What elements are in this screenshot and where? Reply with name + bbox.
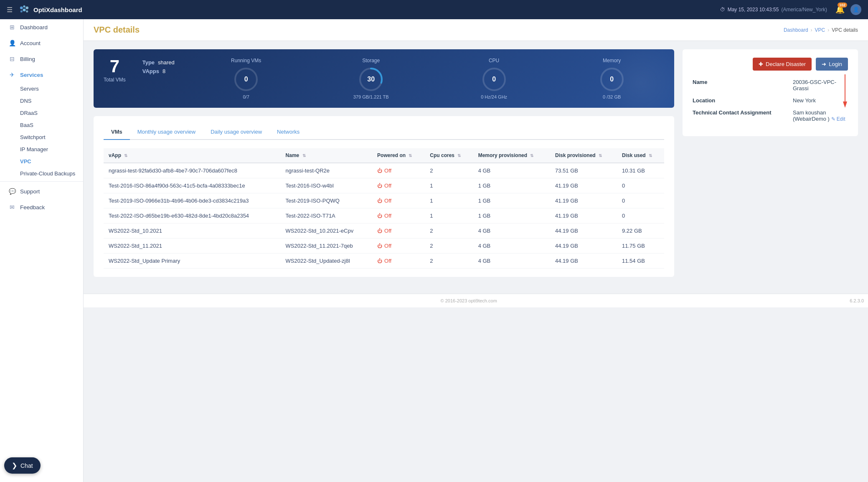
user-avatar[interactable]: 👤 xyxy=(850,4,861,15)
top-navigation: ☰ OptiXdashboard ⏱ May 15, 2023 10:43:55… xyxy=(0,0,868,19)
cell-vapp-1: Test-2016-ISO-86a4f90d-563c-41c5-bcfa-4a… xyxy=(104,178,281,193)
footer-copyright: © 2016-2023 opti9tech.com xyxy=(441,298,497,303)
breadcrumb: Dashboard › VPC › VPC details xyxy=(784,27,858,39)
sidebar-item-servers[interactable]: Servers xyxy=(20,83,83,95)
gauge-storage: Storage 30 379 GB/1.221 TB xyxy=(353,58,389,99)
sidebar-item-ip-manager[interactable]: IP Manager xyxy=(20,143,83,155)
cell-powered-0: ⏻Off xyxy=(372,163,425,178)
info-panel-actions: ✚ Declare Disaster ➜ Login xyxy=(693,58,848,71)
gauge-running-vms: Running VMs 0 0/7 xyxy=(231,58,261,99)
sidebar-item-billing[interactable]: ⊟ Billing xyxy=(0,51,83,67)
login-button[interactable]: ➜ Login xyxy=(816,58,848,71)
cell-disk-prov-1: 41.19 GB xyxy=(550,178,617,193)
gauge-label-1: Storage xyxy=(353,58,389,63)
gauge-val-1: 30 xyxy=(367,76,375,83)
sidebar-label-account: Account xyxy=(20,40,41,46)
gauge-circle-1: 30 xyxy=(358,67,383,92)
sidebar-label-services: Services xyxy=(20,72,43,78)
footer-version: 6.2.3.0 xyxy=(850,298,864,303)
col-memory[interactable]: Memory provisioned ⇅ xyxy=(473,148,550,163)
cell-disk-prov-5: 44.19 GB xyxy=(550,238,617,254)
cell-memory-2: 1 GB xyxy=(473,193,550,208)
vpc-info-panel: ✚ Declare Disaster ➜ Login xyxy=(683,49,858,136)
tab-vms[interactable]: VMs xyxy=(104,124,130,140)
power-icon-5: ⏻ xyxy=(377,243,382,249)
breadcrumb-vpc[interactable]: VPC xyxy=(815,27,825,33)
cell-powered-4: ⏻Off xyxy=(372,223,425,238)
vpc-meta: Type shared VApps 8 xyxy=(142,58,175,74)
cell-name-1: Test-2016-ISO-w4bI xyxy=(281,178,373,193)
cell-cpu-1: 1 xyxy=(425,178,473,193)
cell-memory-6: 4 GB xyxy=(473,254,550,269)
sidebar-item-draas[interactable]: DRaaS xyxy=(20,107,83,119)
power-icon-3: ⏻ xyxy=(377,213,382,219)
gauge-label-3: Memory xyxy=(599,58,624,63)
feedback-icon: ✉ xyxy=(8,204,16,211)
gauge-sub-2: 0 Hz/24 GHz xyxy=(481,94,507,99)
svg-marker-21 xyxy=(843,101,847,108)
cell-disk-prov-6: 44.19 GB xyxy=(550,254,617,269)
cell-disk-used-1: 0 xyxy=(617,178,664,193)
stats-section: 7 Total VMs Type shared VApps 8 xyxy=(94,49,674,277)
col-name[interactable]: Name ⇅ xyxy=(281,148,373,163)
col-disk-used[interactable]: Disk used ⇅ xyxy=(617,148,664,163)
tab-daily[interactable]: Daily usage overview xyxy=(203,124,269,140)
sidebar-item-baas[interactable]: BaaS xyxy=(20,119,83,131)
billing-icon: ⊟ xyxy=(8,56,16,62)
total-vms-number: 7 xyxy=(104,58,126,75)
power-icon-1: ⏻ xyxy=(377,183,382,189)
gauge-cpu: CPU 0 0 Hz/24 GHz xyxy=(481,58,507,99)
info-panel-section: ✚ Declare Disaster ➜ Login xyxy=(683,49,858,277)
table-row: WS2022-Std_11.2021 WS2022-Std_11.2021-7q… xyxy=(104,238,664,254)
gauge-label-0: Running VMs xyxy=(231,58,261,63)
sidebar-label-billing: Billing xyxy=(20,56,35,62)
col-disk-prov[interactable]: Disk provisioned ⇅ xyxy=(550,148,617,163)
edit-contact-link[interactable]: ✎ Edit xyxy=(831,116,845,122)
chat-button[interactable]: ❯ Chat xyxy=(4,457,41,474)
table-body: ngrassi-test-92fa6d30-afb8-4be7-90c7-706… xyxy=(104,163,664,269)
plus-icon: ✚ xyxy=(759,61,763,67)
gauge-memory: Memory 0 0 /32 GB xyxy=(599,58,624,99)
account-icon: 👤 xyxy=(8,40,16,46)
declare-disaster-button[interactable]: ✚ Declare Disaster xyxy=(753,58,812,71)
cell-cpu-4: 2 xyxy=(425,223,473,238)
avatar-icon: 👤 xyxy=(853,7,859,13)
cell-powered-2: ⏻Off xyxy=(372,193,425,208)
hamburger-menu[interactable]: ☰ xyxy=(7,6,13,14)
sidebar-item-dns[interactable]: DNS xyxy=(20,95,83,107)
tab-networks[interactable]: Networks xyxy=(269,124,307,140)
table-row: Test-2019-ISO-0966e31b-4b96-4b06-bde3-cd… xyxy=(104,193,664,208)
sidebar-item-support[interactable]: 💬 Support xyxy=(0,183,83,199)
tab-monthly[interactable]: Monthly usage overview xyxy=(130,124,203,140)
cell-name-5: WS2022-Std_11.2021-7qeb xyxy=(281,238,373,254)
cell-disk-prov-4: 44.19 GB xyxy=(550,223,617,238)
sidebar-item-switchport[interactable]: Switchport xyxy=(20,131,83,143)
cell-name-6: WS2022-Std_Updated-zj8I xyxy=(281,254,373,269)
cell-disk-prov-3: 41.19 GB xyxy=(550,208,617,223)
top-section: 7 Total VMs Type shared VApps 8 xyxy=(94,49,858,277)
cell-vapp-5: WS2022-Std_11.2021 xyxy=(104,238,281,254)
sidebar-item-feedback[interactable]: ✉ Feedback xyxy=(0,199,83,215)
cell-cpu-3: 1 xyxy=(425,208,473,223)
info-name-row: Name 20036-GSC-VPC-Grassi xyxy=(693,79,848,91)
breadcrumb-dashboard[interactable]: Dashboard xyxy=(784,27,808,33)
login-arrow-icon: ➜ xyxy=(822,61,826,67)
sidebar-item-services[interactable]: ✈ Services xyxy=(0,67,83,83)
sidebar-item-account[interactable]: 👤 Account xyxy=(0,35,83,51)
sidebar-item-vpc[interactable]: VPC xyxy=(20,155,83,167)
notifications-bell[interactable]: 🔔 102 xyxy=(835,5,845,14)
logo-icon xyxy=(18,5,30,14)
page-body: 7 Total VMs Type shared VApps 8 xyxy=(84,41,868,294)
cell-cpu-0: 2 xyxy=(425,163,473,178)
vms-table-wrap: vApp ⇅ Name ⇅ Powered on ⇅ Cpu cores ⇅ M… xyxy=(104,148,664,269)
col-vapp[interactable]: vApp ⇅ xyxy=(104,148,281,163)
power-icon-4: ⏻ xyxy=(377,228,382,234)
cell-disk-used-6: 11.54 GB xyxy=(617,254,664,269)
clock-icon: ⏱ xyxy=(720,7,725,13)
cell-cpu-2: 1 xyxy=(425,193,473,208)
col-powered[interactable]: Powered on ⇅ xyxy=(372,148,425,163)
sidebar-item-dashboard[interactable]: ⊞ Dashboard xyxy=(0,19,83,35)
contact-value: Sam koushan (WebairDemo ) ✎ Edit xyxy=(793,109,848,122)
sidebar-item-private-cloud[interactable]: Private-Cloud Backups xyxy=(20,167,83,180)
col-cpu[interactable]: Cpu cores ⇅ xyxy=(425,148,473,163)
